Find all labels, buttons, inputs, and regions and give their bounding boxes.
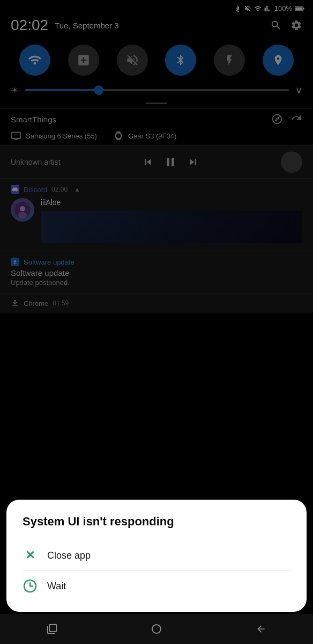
wait-icon [23,579,38,594]
wait-option[interactable]: Wait [23,570,290,601]
navigation-bar [0,614,313,644]
dialog-title: System UI isn't responding [23,515,290,529]
recents-button[interactable] [39,616,65,642]
close-app-option[interactable]: ✕ Close app [23,540,290,570]
back-button[interactable] [248,616,274,642]
x-icon: ✕ [25,548,35,562]
dialog-overlay: System UI isn't responding ✕ Close app W… [0,0,313,644]
close-app-icon: ✕ [23,548,38,563]
wait-label: Wait [47,581,66,592]
home-circle [152,624,161,634]
close-app-label: Close app [47,550,91,561]
system-ui-dialog: System UI isn't responding ✕ Close app W… [6,500,307,612]
home-button[interactable] [143,616,170,642]
